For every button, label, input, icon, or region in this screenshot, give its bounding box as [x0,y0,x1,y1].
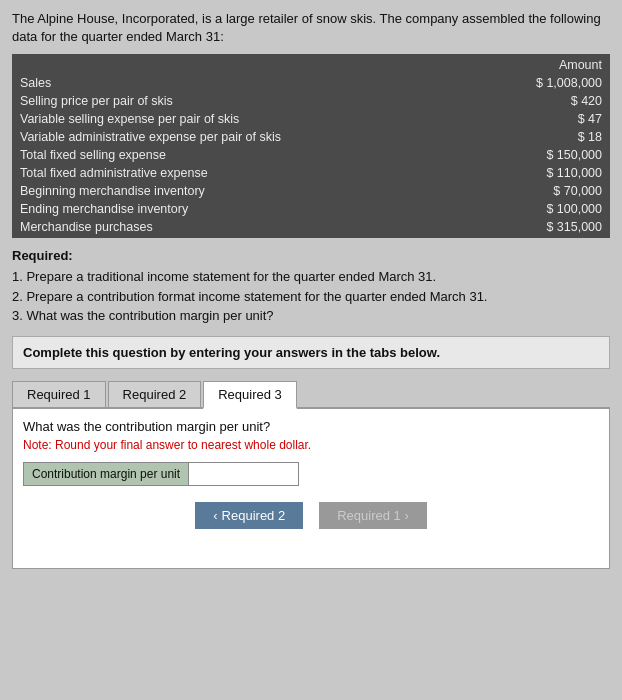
prev-button[interactable]: ‹ Required 2 [195,502,303,529]
chevron-left-icon: ‹ [213,508,217,523]
table-cell-amount: $ 315,000 [400,218,608,236]
table-amount-header: Amount [400,56,608,74]
table-cell-label: Beginning merchandise inventory [14,182,400,200]
table-row: Selling price per pair of skis$ 420 [14,92,608,110]
table-cell-amount: $ 1,008,000 [400,74,608,92]
table-cell-amount: $ 100,000 [400,200,608,218]
table-cell-label: Ending merchandise inventory [14,200,400,218]
table-cell-amount: $ 150,000 [400,146,608,164]
data-table: Amount Sales$ 1,008,000Selling price per… [14,56,608,236]
tab-content: What was the contribution margin per uni… [12,409,610,569]
input-row: Contribution margin per unit [23,462,599,486]
table-cell-amount: $ 47 [400,110,608,128]
table-cell-label: Variable selling expense per pair of ski… [14,110,400,128]
next-button-label: Required 1 › [337,508,409,523]
table-cell-amount: $ 18 [400,128,608,146]
note-text: Note: Round your final answer to nearest… [23,438,599,452]
tabs-container: Required 1 Required 2 Required 3 [12,381,610,409]
table-cell-label: Total fixed selling expense [14,146,400,164]
table-row: Total fixed selling expense$ 150,000 [14,146,608,164]
table-row: Variable selling expense per pair of ski… [14,110,608,128]
prev-button-label: Required 2 [222,508,286,523]
data-table-wrapper: Amount Sales$ 1,008,000Selling price per… [12,54,610,238]
table-cell-label: Merchandise purchases [14,218,400,236]
tab-required-1[interactable]: Required 1 [12,381,106,407]
table-row: Sales$ 1,008,000 [14,74,608,92]
table-row: Ending merchandise inventory$ 100,000 [14,200,608,218]
table-cell-label: Sales [14,74,400,92]
table-row: Beginning merchandise inventory$ 70,000 [14,182,608,200]
table-row: Total fixed administrative expense$ 110,… [14,164,608,182]
table-cell-label: Total fixed administrative expense [14,164,400,182]
table-cell-label: Variable administrative expense per pair… [14,128,400,146]
intro-text: The Alpine House, Incorporated, is a lar… [12,10,610,46]
instruction-2: 2. Prepare a contribution format income … [12,287,610,307]
table-row: Variable administrative expense per pair… [14,128,608,146]
complete-box: Complete this question by entering your … [12,336,610,369]
tab-required-2[interactable]: Required 2 [108,381,202,407]
instruction-3: 3. What was the contribution margin per … [12,306,610,326]
page-wrapper: The Alpine House, Incorporated, is a lar… [0,0,622,579]
table-cell-amount: $ 70,000 [400,182,608,200]
nav-buttons: ‹ Required 2 Required 1 › [23,502,599,529]
input-label: Contribution margin per unit [23,462,189,486]
tab-required-3[interactable]: Required 3 [203,381,297,409]
question-text: What was the contribution margin per uni… [23,419,599,434]
required-label: Required: [12,248,610,263]
instructions-block: 1. Prepare a traditional income statemen… [12,267,610,326]
table-cell-amount: $ 110,000 [400,164,608,182]
complete-box-text: Complete this question by entering your … [23,345,440,360]
table-label-header [14,56,400,74]
table-row: Merchandise purchases$ 315,000 [14,218,608,236]
contribution-margin-input[interactable] [189,462,299,486]
instruction-1: 1. Prepare a traditional income statemen… [12,267,610,287]
next-button[interactable]: Required 1 › [319,502,427,529]
table-cell-label: Selling price per pair of skis [14,92,400,110]
table-cell-amount: $ 420 [400,92,608,110]
